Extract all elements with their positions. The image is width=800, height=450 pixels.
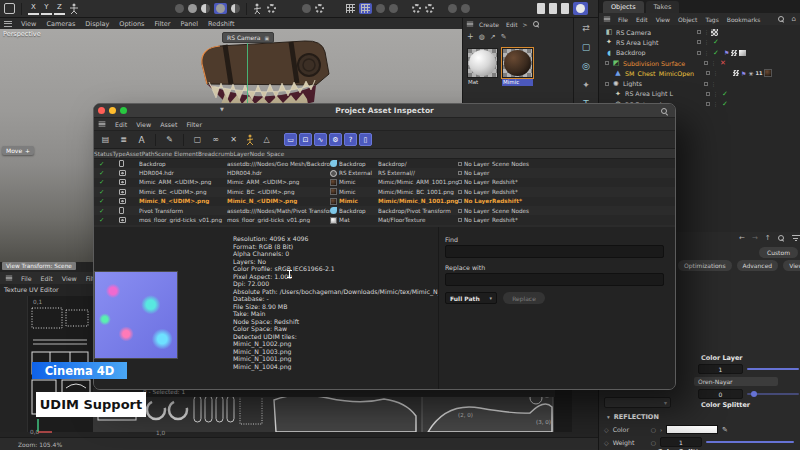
layers-icon[interactable]: ≣ (117, 133, 130, 146)
oren-nayar-slider-handle[interactable] (751, 391, 757, 397)
axis-lock-button[interactable]: Z (54, 2, 65, 15)
viewport-menu-item[interactable]: Panel (181, 20, 199, 28)
record-icon[interactable] (175, 4, 184, 13)
objects-menu-item[interactable]: File (618, 16, 628, 23)
star-primitive-icon[interactable]: ✦ (582, 80, 590, 90)
eyedropper-icon[interactable]: ✎ (163, 133, 176, 146)
reflection-section-header[interactable]: ▾ REFLECTION (607, 413, 659, 421)
simulate-icon[interactable] (188, 4, 197, 13)
help-icon[interactable]: ? (344, 133, 357, 146)
material-tag-icon[interactable] (739, 50, 746, 56)
assign-arrow-icon[interactable]: ↗ (490, 33, 496, 41)
viewport-menu-item[interactable]: Filter (154, 20, 170, 28)
gear-icon[interactable]: ⚙ (329, 133, 342, 146)
tab-takes[interactable]: Takes (646, 1, 680, 13)
axis-lock-button[interactable]: Y (41, 2, 52, 15)
snap-settings-gear-icon[interactable] (315, 4, 324, 13)
viewport-filter-icon[interactable]: ⊡ (299, 133, 312, 146)
material-item-selected[interactable]: Mimic (502, 48, 533, 86)
weight-slider[interactable] (706, 441, 794, 443)
object-tree-item[interactable]: ✦RS Area Light⋮✓ (599, 37, 800, 47)
dialog-menu-item[interactable]: Edit (115, 121, 127, 128)
object-tree-item[interactable]: ✦RS Area Light L⋮✓ (599, 89, 800, 99)
expand-toggle[interactable] (605, 61, 609, 65)
enable-checkbox[interactable] (704, 82, 708, 86)
search-icon[interactable] (533, 21, 540, 28)
replace-button[interactable]: Replace (503, 292, 545, 304)
oren-nayar-value[interactable]: 0 (698, 389, 743, 399)
dialog-titlebar[interactable]: Project Asset Inspector (94, 104, 675, 118)
objects-menu-item[interactable]: Bookmarks (727, 16, 761, 23)
workplane-icon[interactable] (376, 4, 385, 13)
project-asset-inspector-dialog[interactable]: Project Asset Inspector EditViewAssetFil… (93, 103, 676, 390)
enable-checkbox[interactable] (697, 30, 701, 34)
back-arrow-icon[interactable]: ← (739, 234, 745, 242)
folder-icon[interactable]: ▤ (99, 133, 112, 146)
home-icon[interactable]: ⌂ (792, 15, 796, 23)
column-header[interactable]: Path (142, 151, 155, 157)
asset-row[interactable]: ✓Mimic_BC_<UDIM>.pngMimic_BC_<UDIM>.pngM… (94, 187, 675, 196)
enabled-check-icon[interactable]: ✓ (720, 90, 730, 98)
objects-menu-item[interactable]: View (656, 16, 670, 23)
grid-icon[interactable] (346, 4, 355, 13)
color-layer-slider[interactable] (747, 368, 799, 370)
asset-row[interactable]: ✓Mimic_N_<UDIM>.pngMimic_N_<UDIM>.pngMim… (94, 197, 675, 206)
audio-filter-icon[interactable]: ∿ (314, 133, 327, 146)
quantize-settings-icon[interactable] (425, 4, 434, 13)
enabled-check-icon[interactable]: ✓ (711, 49, 721, 57)
column-header[interactable]: Asset (126, 151, 142, 157)
enable-checkbox[interactable] (706, 92, 710, 96)
material-item[interactable]: Mat (467, 48, 498, 86)
forward-arrow-icon[interactable]: → (752, 234, 758, 242)
eyedropper-icon[interactable]: ✎ (722, 426, 728, 434)
viewport-menu-item[interactable]: Cameras (46, 20, 75, 28)
lock-axis-icon[interactable] (448, 4, 457, 13)
object-tree-item[interactable]: ◩Subdivision Surface⋮✕ (599, 58, 800, 68)
asset-row[interactable]: ✓Mimic_ARM_<UDIM>.pngMimic_ARM_<UDIM>.pn… (94, 178, 675, 187)
wireframe-icon[interactable] (231, 4, 240, 13)
magnet-icon[interactable] (302, 4, 311, 13)
attribute-tab[interactable]: Viewport (783, 260, 800, 271)
object-tree-item[interactable]: ✺Lights⋮ (599, 78, 800, 88)
search-icon[interactable] (661, 108, 668, 115)
shading-selected-icon[interactable] (214, 3, 227, 14)
enable-checkbox[interactable] (697, 51, 701, 55)
column-header[interactable]: Node Space (250, 151, 285, 157)
viewport-menu-item[interactable]: Redshift (208, 20, 234, 28)
viewport-menu-item[interactable]: Options (119, 20, 144, 28)
oren-nayar-header[interactable]: Oren-Nayar (694, 377, 778, 386)
texture-tag-icon[interactable] (733, 70, 739, 76)
mode-dropdown[interactable]: ▾ (604, 397, 671, 408)
link-icon[interactable]: ∞ (209, 133, 222, 146)
pick-material-icon[interactable]: ✎ (501, 33, 507, 41)
keyframe-diamond-icon[interactable]: ◇ (604, 439, 609, 446)
asset-row[interactable]: ✓mos_floor_grid-ticks_v01.pngmos_floor_g… (94, 215, 675, 224)
object-tree-item[interactable]: ▲SM_Chest_MimicOpen⋮⚑✳11 (599, 68, 800, 78)
objects-menu-item[interactable]: Edit (636, 16, 648, 23)
asset-row[interactable]: ✓Backdropassetdb:///Nodes/Geo Mesh/Backd… (94, 159, 675, 168)
material-menu-icon[interactable] (467, 22, 473, 27)
color-layer-value[interactable]: 1 (698, 364, 743, 374)
uv-tag-icon[interactable]: 11 (755, 70, 762, 76)
render-settings-icon[interactable] (561, 3, 569, 14)
display-filter-icon[interactable]: ▭ (284, 133, 297, 146)
column-header[interactable]: Layer (234, 151, 250, 157)
column-header[interactable]: Scene Element (154, 151, 198, 157)
axis-lock-button[interactable]: X (28, 2, 39, 15)
enable-checkbox[interactable] (706, 102, 710, 106)
animation-dot-icon[interactable]: ○ (651, 439, 656, 446)
layer-checkbox[interactable] (458, 199, 462, 203)
flag-tag-icon[interactable]: ⚑ (724, 49, 729, 56)
object-tree-item[interactable]: ◧RS Camera⋮ (599, 27, 800, 37)
viewport-menu-item[interactable]: View (21, 20, 36, 28)
rectangle-select-icon[interactable]: ▢ (582, 42, 591, 52)
enable-checkbox[interactable] (706, 71, 710, 75)
uv-menu-item[interactable]: View (62, 275, 77, 282)
objects-menu-item[interactable]: Tags (705, 16, 718, 23)
animation-dot-icon[interactable]: ○ (651, 426, 656, 433)
search-icon[interactable] (778, 235, 785, 242)
sort-indicator-icon[interactable]: ▼ (220, 106, 224, 112)
person-icon[interactable] (245, 134, 255, 146)
grid-snap-selected-icon[interactable] (359, 3, 372, 14)
enabled-check-icon[interactable]: ✓ (720, 100, 730, 108)
